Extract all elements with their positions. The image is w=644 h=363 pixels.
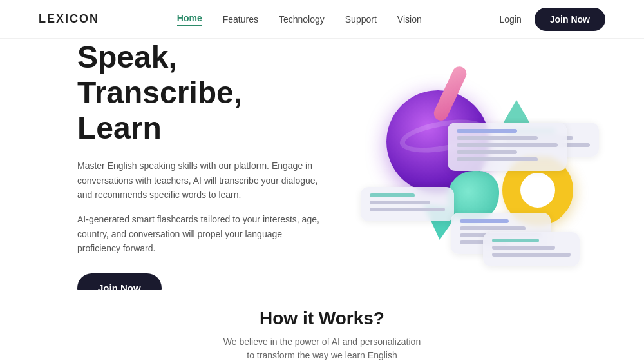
- join-now-button-hero[interactable]: Join Now: [77, 273, 162, 290]
- hero-visual: [348, 52, 592, 290]
- hero-description-1: Master English speaking skills with our …: [77, 159, 322, 202]
- nav-support[interactable]: Support: [345, 14, 377, 25]
- hero-title: Speak, Transcribe, Learn: [77, 39, 348, 146]
- nav-home[interactable]: Home: [177, 13, 202, 26]
- how-description: We believe in the power of AI and person…: [26, 335, 618, 362]
- nav-links: Home Features Technology Support Vision: [177, 13, 422, 26]
- nav-technology[interactable]: Technology: [279, 14, 325, 25]
- nav-actions: Login Join Now: [500, 8, 606, 31]
- hero-content: Speak, Transcribe, Learn Master English …: [77, 39, 348, 290]
- nav-vision[interactable]: Vision: [397, 14, 422, 25]
- nav-features[interactable]: Features: [223, 14, 258, 25]
- float-card-2: [448, 123, 567, 171]
- float-card-5: [483, 232, 580, 266]
- navbar: LEXICON Home Features Technology Support…: [0, 0, 644, 39]
- login-button[interactable]: Login: [500, 14, 522, 25]
- how-title: How it Works?: [26, 308, 618, 329]
- how-it-works-section: How it Works? We believe in the power of…: [0, 290, 644, 363]
- triangle-top-decoration: [502, 100, 531, 124]
- hero-section: Speak, Transcribe, Learn Master English …: [0, 39, 644, 290]
- join-now-button-nav[interactable]: Join Now: [535, 8, 605, 31]
- hero-description-2: AI-generated smart flashcards tailored t…: [77, 212, 322, 255]
- float-card-3: [361, 187, 454, 221]
- brand-logo: LEXICON: [39, 12, 99, 26]
